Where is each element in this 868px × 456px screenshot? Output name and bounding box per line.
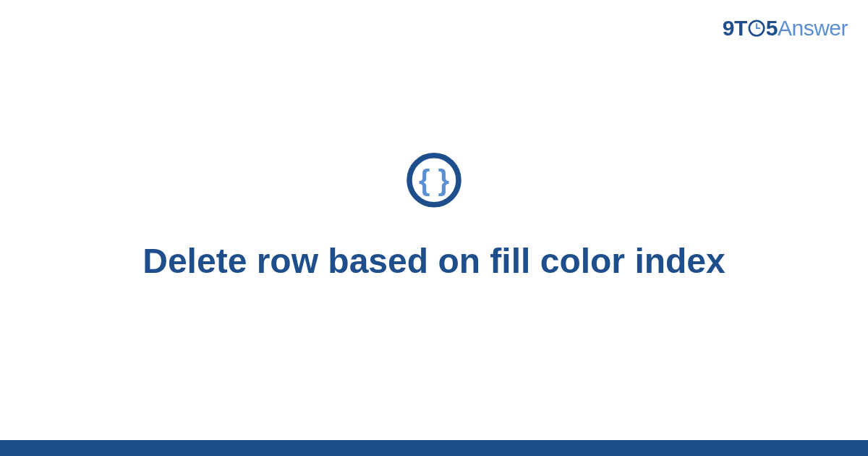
main-content: { } Delete row based on fill color index <box>0 152 868 283</box>
brand-clock-icon <box>748 20 765 37</box>
brand-part-answer: Answer <box>778 16 848 40</box>
svg-text:{ }: { } <box>419 164 449 196</box>
footer-bar <box>0 440 868 456</box>
brand-logo: 9T5Answer <box>723 16 848 41</box>
brand-part-five: 5 <box>766 16 778 40</box>
brand-part-t: T <box>734 16 747 40</box>
brand-part-nine: 9 <box>723 16 734 40</box>
page-title: Delete row based on fill color index <box>142 239 726 283</box>
code-braces-icon: { } <box>406 152 462 208</box>
